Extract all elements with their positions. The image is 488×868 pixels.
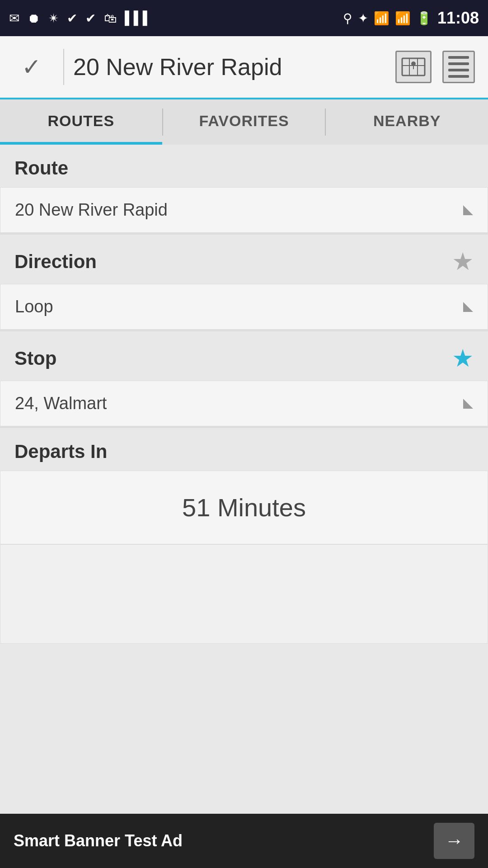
- wifi-icon: 📶: [374, 11, 389, 26]
- tools-icon: ✴: [48, 11, 59, 26]
- ad-arrow-button[interactable]: →: [434, 823, 474, 859]
- route-value-box[interactable]: 20 New River Rapid: [0, 187, 488, 233]
- location-icon: ⚲: [343, 11, 352, 26]
- direction-chevron-icon: [463, 302, 473, 312]
- direction-star-icon[interactable]: ★: [452, 247, 474, 276]
- list-line-1: [448, 56, 469, 59]
- list-button[interactable]: [438, 47, 479, 87]
- departs-title: Departs In: [14, 441, 107, 462]
- map-svg: [401, 55, 426, 79]
- app-bar: ✓ 20 New River Rapid: [0, 36, 488, 99]
- status-icons-left: ✉ ⏺ ✴ ✔ ✔ 🛍 ▌▌▌: [9, 11, 152, 26]
- stop-chevron-icon: [463, 399, 473, 409]
- stop-header: Stop ★: [0, 331, 488, 381]
- stop-star-icon[interactable]: ★: [452, 344, 474, 373]
- ad-text: Smart Banner Test Ad: [14, 831, 183, 850]
- route-chevron-icon: [463, 205, 473, 215]
- app-bar-actions: [393, 47, 479, 87]
- ad-arrow-icon: →: [445, 830, 464, 852]
- stop-value: 24, Walmart: [15, 394, 107, 413]
- tab-favorites[interactable]: FAVORITES: [163, 99, 325, 145]
- content-area: Route 20 New River Rapid Direction ★ Loo…: [0, 145, 488, 814]
- tabs-bar: ROUTES FAVORITES NEARBY: [0, 99, 488, 145]
- app-bar-title: 20 New River Rapid: [73, 53, 393, 80]
- stop-title: Stop: [14, 348, 56, 369]
- check-button[interactable]: ✓: [9, 53, 54, 80]
- check1-icon: ✔: [67, 11, 77, 26]
- barcode-icon: ▌▌▌: [125, 11, 152, 25]
- status-bar: ✉ ⏺ ✴ ✔ ✔ 🛍 ▌▌▌ ⚲ ✦ 📶 📶 🔋 11:08: [0, 0, 488, 36]
- ad-banner: Smart Banner Test Ad →: [0, 814, 488, 868]
- status-time: 11:08: [437, 9, 479, 28]
- content-spacer: [0, 644, 488, 814]
- bag-icon: 🛍: [104, 11, 117, 26]
- tab-nearby[interactable]: NEARBY: [326, 99, 488, 145]
- status-icons-right: ⚲ ✦ 📶 📶 🔋 11:08: [343, 9, 479, 28]
- direction-title: Direction: [14, 251, 97, 273]
- stop-value-box[interactable]: 24, Walmart: [0, 381, 488, 426]
- route-value: 20 New River Rapid: [15, 200, 168, 220]
- departs-value: 51 Minutes: [182, 493, 306, 522]
- app-bar-divider: [63, 49, 64, 85]
- battery-icon: 🔋: [416, 11, 432, 26]
- spotify-icon: ⏺: [28, 11, 40, 26]
- route-title: Route: [14, 157, 68, 179]
- bluetooth-icon: ✦: [358, 11, 368, 26]
- direction-section: Direction ★ Loop: [0, 235, 488, 330]
- list-line-4: [448, 75, 469, 78]
- direction-value: Loop: [15, 297, 53, 316]
- route-header: Route: [0, 145, 488, 187]
- route-section: Route 20 New River Rapid: [0, 145, 488, 233]
- departs-value-box: 51 Minutes: [0, 471, 488, 544]
- stop-section: Stop ★ 24, Walmart: [0, 331, 488, 426]
- departs-section: Departs In 51 Minutes: [0, 428, 488, 644]
- list-line-2: [448, 62, 469, 65]
- list-line-3: [448, 69, 469, 71]
- signal-icon: 📶: [395, 11, 411, 26]
- tab-routes[interactable]: ROUTES: [0, 99, 162, 145]
- check2-icon: ✔: [85, 11, 96, 26]
- email-icon: ✉: [9, 11, 19, 26]
- direction-header: Direction ★: [0, 235, 488, 284]
- departs-header: Departs In: [0, 428, 488, 471]
- direction-value-box[interactable]: Loop: [0, 284, 488, 330]
- map-button[interactable]: [393, 47, 434, 87]
- list-icon: [442, 51, 475, 83]
- map-icon: [395, 51, 432, 83]
- departs-empty-box: [0, 544, 488, 644]
